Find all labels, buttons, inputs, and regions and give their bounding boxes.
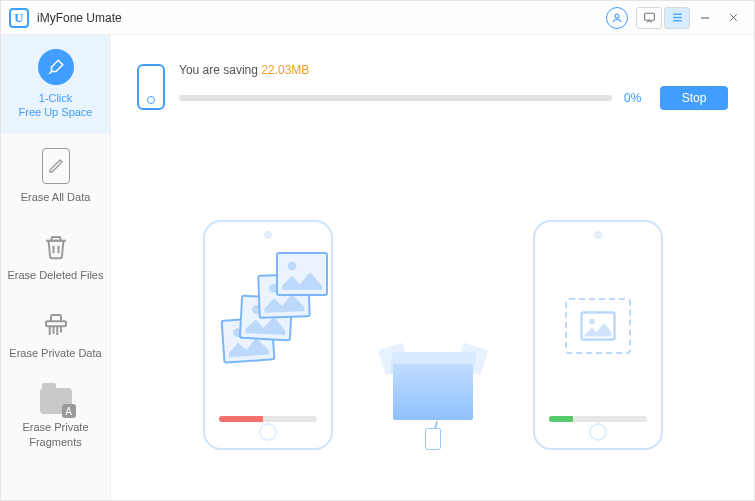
main-panel: You are saving 22.03MB 0% Stop [111, 35, 754, 500]
sidebar-item-label: Erase Deleted Files [8, 268, 104, 282]
svg-point-0 [615, 14, 619, 18]
stop-button[interactable]: Stop [660, 86, 728, 110]
feedback-icon[interactable] [636, 7, 662, 29]
saving-text: You are saving 22.03MB [179, 63, 728, 77]
folder-icon: A [40, 388, 72, 414]
app-logo-icon: U [9, 8, 29, 28]
target-usage-bar [549, 416, 647, 422]
progress-bar [179, 95, 612, 101]
source-usage-bar [219, 416, 317, 422]
sidebar-item-erase-deleted-files[interactable]: Erase Deleted Files [1, 218, 110, 296]
sidebar-item-label: Erase Private Fragments [22, 420, 88, 449]
sidebar-item-label: Erase Private Data [9, 346, 101, 360]
sidebar-item-free-up-space[interactable]: 1-Click Free Up Space [1, 35, 110, 134]
titlebar: U iMyFone Umate [1, 1, 754, 35]
photo-stack-icon [228, 252, 308, 362]
sidebar-item-label: 1-Click Free Up Space [19, 91, 93, 120]
phone-target-illustration [533, 220, 663, 450]
cup-icon [425, 428, 441, 450]
sidebar-item-erase-private-data[interactable]: Erase Private Data [1, 296, 110, 374]
transfer-box-illustration [373, 300, 493, 450]
svg-point-18 [287, 262, 296, 271]
sidebar-item-erase-private-fragments[interactable]: A Erase Private Fragments [1, 374, 110, 463]
svg-rect-1 [644, 13, 654, 20]
sidebar-item-erase-all-data[interactable]: Erase All Data [1, 134, 110, 218]
phone-icon [137, 64, 165, 110]
apps-badge-icon: A [62, 404, 76, 418]
photo-placeholder-icon [565, 298, 631, 354]
box-icon [383, 342, 483, 420]
svg-rect-10 [46, 321, 66, 326]
phone-source-illustration [203, 220, 333, 450]
brush-icon [38, 49, 74, 85]
close-button[interactable] [720, 7, 746, 29]
progress-row: You are saving 22.03MB 0% Stop [137, 63, 728, 110]
illustration [137, 170, 728, 450]
saving-prefix: You are saving [179, 63, 261, 77]
minimize-button[interactable] [692, 7, 718, 29]
progress-percent: 0% [624, 91, 648, 105]
sidebar-item-label: Erase All Data [21, 190, 91, 204]
menu-icon[interactable] [664, 7, 690, 29]
shredder-icon [41, 310, 71, 340]
svg-point-20 [589, 319, 595, 325]
trash-icon [41, 232, 71, 262]
sidebar: 1-Click Free Up Space Erase All Data Era… [1, 35, 111, 500]
phone-erase-icon [42, 148, 70, 184]
app-title: iMyFone Umate [37, 11, 122, 25]
account-icon[interactable] [606, 7, 628, 29]
saving-amount: 22.03MB [261, 63, 309, 77]
